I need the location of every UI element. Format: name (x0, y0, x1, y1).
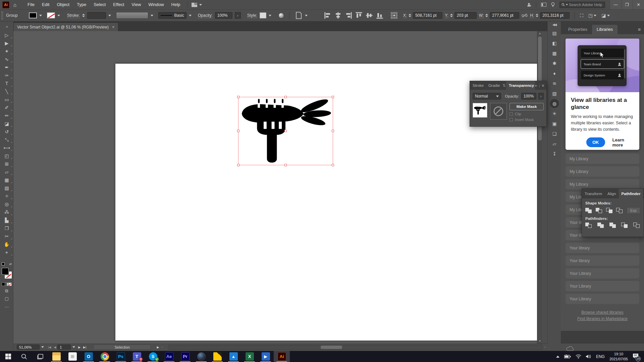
last-artboard-button[interactable]: ▶| (82, 346, 88, 349)
swatches-panel-icon[interactable]: ▦ (548, 48, 561, 58)
taskbar-search-button[interactable] (16, 351, 32, 362)
symbols-panel-icon[interactable]: ♦ (548, 68, 561, 78)
language-indicator[interactable]: ENG (596, 354, 605, 359)
selection-handle[interactable] (284, 96, 287, 98)
type-tool[interactable]: T (0, 79, 13, 87)
blend-tool[interactable]: ◎ (0, 200, 13, 208)
zoom-chevron-icon[interactable] (41, 346, 44, 348)
intersect-icon[interactable] (606, 208, 611, 214)
h-field[interactable]: 201,3116 pt (540, 12, 570, 19)
w-field[interactable]: 277,9061 pt (490, 12, 519, 19)
align-middle-icon[interactable] (365, 12, 373, 19)
library-list-item[interactable]: My Library (566, 179, 639, 189)
document-tab[interactable]: Vector Smart Object2.ai @ 51,06 % (RGB/P… (13, 22, 118, 31)
color-gradient[interactable] (5, 283, 8, 286)
expand-button[interactable]: Exp (627, 207, 640, 214)
menu-item[interactable]: Edit (38, 0, 53, 9)
home-icon[interactable]: ⌂ (13, 2, 16, 8)
ok-button[interactable]: OK (586, 137, 605, 147)
x-stepper[interactable] (409, 14, 411, 17)
draw-mode-icon[interactable]: ⧉ (0, 288, 13, 294)
perspective-grid-tool[interactable]: ▱ (0, 168, 13, 176)
exclude-icon[interactable] (616, 208, 622, 214)
taskbar-app-illustrator[interactable]: Ai (274, 351, 290, 362)
tab-properties[interactable]: Properties (564, 25, 592, 34)
restore-button[interactable]: ❐ (621, 0, 633, 9)
taskbar-app-skype[interactable]: S ✓ (145, 351, 161, 362)
outline-icon[interactable] (633, 223, 640, 228)
gradient-panel-icon[interactable]: ▧ (548, 88, 561, 99)
artboard-chevron-icon[interactable] (72, 346, 75, 348)
pen-tool[interactable]: ✒ (0, 63, 13, 71)
browse-shared-libraries-link[interactable]: Browse shared libraries (572, 310, 633, 315)
arrange-chevron-icon[interactable] (305, 15, 308, 16)
stroke-style-chevron-icon[interactable] (189, 15, 192, 16)
panel-collapse-icon[interactable]: » (535, 83, 537, 87)
style-chevron-icon[interactable] (269, 15, 271, 16)
status-readout[interactable]: Selection (94, 345, 151, 350)
selection-handle[interactable] (332, 96, 334, 98)
taskbar-app-file-explorer[interactable] (48, 351, 64, 362)
align-left-icon[interactable] (324, 12, 332, 19)
tab-stroke[interactable]: Stroke (470, 81, 486, 90)
library-list-item[interactable]: My Library (566, 154, 639, 164)
share-user-icon[interactable] (527, 3, 531, 7)
learn-more-link[interactable]: Learn more (612, 137, 634, 147)
scale-tool[interactable]: ⤡ (0, 136, 13, 144)
menu-item[interactable]: File (24, 0, 38, 9)
taskbar-app-store[interactable]: ⊞ (64, 351, 80, 362)
hand-tool[interactable]: ✋ (0, 240, 13, 248)
opacity-label[interactable]: Opacity: (198, 13, 213, 18)
shaper-tool[interactable]: ✏ (0, 112, 13, 120)
color-mode-bar[interactable] (2, 283, 12, 286)
color-solid[interactable] (2, 283, 5, 286)
align-bottom-icon[interactable] (376, 12, 384, 19)
scroll-down-arrow[interactable]: ▼ (537, 339, 542, 344)
rectangle-tool[interactable]: ▭ (0, 96, 13, 104)
prev-artboard-button[interactable]: ◀ (52, 346, 57, 349)
close-button[interactable]: ✕ (633, 0, 644, 9)
shape-builder-tool[interactable]: ⊞ (0, 160, 13, 168)
action-center-icon[interactable]: 19 (633, 353, 641, 360)
first-artboard-button[interactable]: |◀ (47, 346, 52, 349)
unite-icon[interactable] (585, 208, 591, 214)
tab-gradient[interactable]: Gradie (486, 81, 502, 90)
taskbar-app-chrome[interactable] (97, 351, 113, 362)
reference-point-locator[interactable] (391, 12, 397, 19)
w-stepper[interactable] (485, 14, 488, 17)
tab-transparency[interactable]: Transparency (506, 81, 535, 90)
next-artboard-button[interactable]: ▶ (77, 346, 82, 349)
style-label[interactable]: Style: (247, 13, 257, 18)
line-segment-tool[interactable]: ╲ (0, 87, 13, 96)
stroke-color-swatch[interactable] (47, 12, 55, 18)
selection-handle[interactable] (332, 164, 334, 166)
h-stepper[interactable] (536, 14, 538, 17)
selection-handle[interactable] (237, 96, 239, 98)
panel-grip[interactable] (1, 11, 3, 19)
toolbar-expander[interactable]: » (0, 21, 13, 31)
taskbar-app-photos[interactable]: ▲ (225, 351, 241, 362)
document-setup-icon[interactable] (278, 13, 284, 18)
menu-item[interactable]: Help (168, 0, 184, 9)
column-graph-tool[interactable]: ▙ (0, 216, 13, 224)
panel-menu-icon[interactable]: ≡ (542, 83, 544, 87)
artboards-panel-icon[interactable]: ▱ (548, 139, 561, 149)
appearance-panel-icon[interactable]: ☀ (548, 109, 561, 119)
transform-icon[interactable]: ⛶ (580, 13, 583, 18)
make-mask-button[interactable]: Make Mask (509, 103, 544, 110)
zoom-tool[interactable]: ⌖ (0, 248, 13, 256)
y-field[interactable]: 203 pt (454, 12, 477, 19)
style-swatch[interactable] (260, 12, 266, 18)
hscroll-right-arrow[interactable]: › (543, 346, 547, 349)
taskbar-app-cinema4d[interactable] (193, 351, 209, 362)
color-guide-panel-icon[interactable]: ◧ (548, 38, 561, 48)
stroke-label[interactable]: Stroke: (67, 13, 80, 18)
start-button[interactable] (0, 351, 16, 362)
artboard-tool[interactable]: ❐ (0, 224, 13, 232)
y-stepper[interactable] (450, 14, 453, 17)
selection-tool[interactable]: ▷ (0, 31, 13, 39)
slice-tool[interactable]: ✂ (0, 232, 13, 240)
taskbar-app-excel[interactable]: X (241, 351, 258, 362)
vertical-scrollbar[interactable]: ▲ ▼ (537, 31, 542, 344)
curvature-tool[interactable]: ✑ (0, 71, 13, 79)
